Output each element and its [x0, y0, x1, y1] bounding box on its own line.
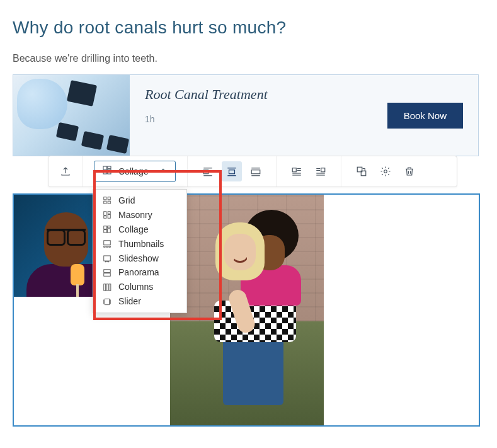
svg-rect-19 [109, 246, 110, 248]
svg-point-53 [384, 170, 387, 173]
service-thumbnail [13, 75, 130, 156]
svg-point-21 [105, 261, 106, 262]
svg-rect-0 [103, 166, 106, 169]
layout-option-label: Panorama [118, 267, 159, 279]
slider-icon [102, 297, 112, 306]
layout-select[interactable]: Collage Grid [94, 161, 176, 182]
svg-rect-26 [104, 284, 106, 291]
wrap-right-button[interactable] [311, 161, 331, 181]
layout-option-columns[interactable]: Columns [93, 280, 186, 294]
layout-select-label: Collage [118, 166, 152, 176]
svg-rect-20 [104, 256, 111, 261]
svg-rect-28 [109, 284, 111, 291]
layout-option-label: Thumbnails [118, 238, 164, 250]
wrap-left-button[interactable] [287, 161, 307, 181]
svg-rect-11 [108, 215, 110, 219]
page-subtitle: Because we're drilling into teeth. [13, 53, 484, 64]
align-full-button[interactable] [246, 161, 266, 181]
svg-point-22 [106, 261, 107, 262]
svg-rect-7 [108, 202, 110, 204]
svg-rect-14 [108, 229, 111, 233]
service-name: Root Canal Treatment [145, 86, 372, 103]
gallery-toolbar: Collage Grid [48, 156, 457, 187]
layout-dropdown: Grid Masonry Collage [93, 189, 187, 313]
collage-icon [102, 225, 112, 234]
layout-option-masonry[interactable]: Masonry [93, 208, 186, 222]
layout-option-label: Columns [118, 281, 153, 293]
delete-button[interactable] [399, 161, 420, 181]
svg-rect-6 [104, 202, 106, 204]
layout-option-panorama[interactable]: Panorama [93, 265, 186, 280]
service-card: Root Canal Treatment 1h Book Now [13, 74, 479, 156]
thumbnails-icon [102, 239, 112, 248]
layout-option-grid[interactable]: Grid [93, 193, 186, 208]
svg-rect-8 [104, 212, 106, 215]
svg-rect-5 [108, 197, 110, 200]
svg-rect-17 [104, 246, 105, 248]
gallery-block[interactable] [13, 193, 480, 427]
svg-rect-15 [104, 230, 107, 233]
layout-option-label: Slideshow [118, 253, 159, 265]
panorama-icon [102, 268, 112, 277]
svg-rect-3 [103, 171, 106, 174]
layout-option-collage[interactable]: Collage [93, 222, 186, 237]
layout-option-label: Collage [118, 224, 148, 236]
align-left-button[interactable] [198, 161, 218, 181]
svg-rect-18 [106, 246, 108, 248]
book-now-button[interactable]: Book Now [387, 103, 463, 129]
layout-option-slider[interactable]: Slider [93, 294, 186, 309]
collage-icon [102, 165, 112, 178]
svg-rect-13 [108, 226, 111, 228]
svg-rect-1 [108, 166, 111, 168]
svg-rect-24 [104, 270, 111, 273]
service-duration: 1h [145, 114, 372, 124]
layout-option-label: Grid [118, 195, 135, 207]
svg-rect-4 [104, 197, 106, 200]
columns-icon [102, 283, 112, 292]
upload-icon[interactable] [55, 161, 76, 181]
align-center-button[interactable] [222, 161, 242, 181]
layout-option-slideshow[interactable]: Slideshow [93, 251, 186, 266]
svg-rect-16 [104, 241, 111, 245]
masonry-icon [102, 210, 112, 219]
grid-icon [102, 196, 112, 205]
layout-option-label: Masonry [118, 209, 152, 221]
svg-rect-12 [104, 226, 107, 229]
svg-rect-41 [292, 168, 296, 172]
layout-option-thumbnails[interactable]: Thumbnails [93, 237, 186, 251]
svg-rect-9 [108, 212, 110, 214]
gallery-image[interactable] [170, 195, 324, 425]
svg-rect-39 [251, 170, 260, 174]
svg-rect-27 [106, 284, 108, 291]
svg-rect-36 [229, 170, 235, 174]
svg-rect-46 [321, 168, 325, 172]
settings-button[interactable] [375, 161, 396, 181]
layout-option-label: Slider [118, 296, 141, 307]
page-title: Why do root canals hurt so much? [13, 18, 484, 38]
svg-point-23 [108, 261, 109, 262]
svg-rect-2 [108, 169, 111, 174]
replace-image-button[interactable] [351, 161, 372, 181]
svg-rect-10 [104, 216, 106, 219]
chevron-up-icon [159, 166, 168, 177]
svg-rect-25 [104, 273, 111, 276]
slideshow-icon [102, 254, 112, 263]
svg-rect-29 [105, 299, 110, 304]
svg-rect-33 [203, 170, 209, 174]
